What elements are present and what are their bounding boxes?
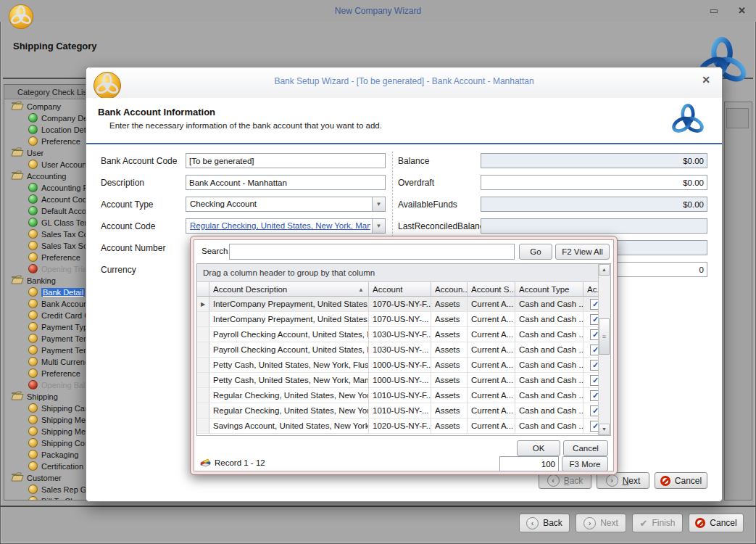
column-header-account-description[interactable]: Account Description▲ bbox=[209, 282, 369, 297]
folder-icon bbox=[11, 472, 24, 481]
column-header-account-type[interactable]: Account Type bbox=[515, 282, 583, 297]
grid-row[interactable]: Savings Account, United States, New York… bbox=[197, 419, 599, 434]
grid-row[interactable]: Petty Cash, United States, New York, Flu… bbox=[197, 358, 599, 373]
tree-folder[interactable]: User bbox=[4, 147, 91, 159]
grid-cell: Current A... bbox=[468, 312, 515, 327]
row-indicator bbox=[197, 358, 209, 373]
dialog-next-label: Next bbox=[623, 476, 641, 486]
dialog-close-button[interactable]: ✕ bbox=[702, 74, 710, 86]
more-button[interactable]: F3 More bbox=[562, 456, 608, 471]
tree-item[interactable]: Sales Tax Cor bbox=[4, 228, 91, 240]
lastreconciledbalance-field[interactable] bbox=[481, 218, 707, 234]
ok-button[interactable]: OK bbox=[517, 440, 560, 456]
grid-cell: 1010-US-NY-F... bbox=[369, 388, 431, 403]
grid-row[interactable]: Regular Checking, United States, New Yor… bbox=[197, 403, 599, 419]
tree-item[interactable]: Payment Terr bbox=[4, 333, 91, 345]
page-size-input[interactable] bbox=[499, 456, 559, 471]
tree-item[interactable]: Sales Tax Sch bbox=[4, 240, 91, 252]
tree-folder[interactable]: Accounting bbox=[4, 170, 91, 182]
account-type-combobox[interactable]: Checking Account▼ bbox=[186, 197, 386, 212]
bank-account-code-field[interactable] bbox=[186, 153, 386, 168]
scroll-down-icon[interactable]: ▼ bbox=[599, 424, 610, 435]
tree-item[interactable]: Shipping Carr bbox=[4, 403, 91, 414]
tree-folder[interactable]: Banking bbox=[4, 275, 91, 287]
tree-item[interactable]: Sales Rep Gro bbox=[4, 484, 91, 495]
tree-item[interactable]: Shipping Met bbox=[4, 426, 91, 437]
tree-item[interactable]: Location Deta bbox=[4, 124, 91, 136]
overdraft-field[interactable] bbox=[481, 175, 707, 190]
tree-item[interactable]: Credit Card G bbox=[4, 310, 91, 321]
grid-cell: 1070-US-NY-... bbox=[369, 312, 431, 327]
status-orb-icon bbox=[28, 299, 38, 308]
tree-item[interactable]: Preference bbox=[4, 136, 91, 147]
description-field[interactable] bbox=[186, 175, 386, 190]
balance-field[interactable] bbox=[481, 153, 707, 168]
tree-item[interactable]: Opening Bala bbox=[4, 379, 91, 391]
tree-item[interactable]: Payment Terr bbox=[4, 345, 91, 356]
tree-item[interactable]: Bank Account bbox=[4, 298, 91, 310]
tree-item[interactable]: Preference bbox=[4, 368, 91, 379]
group-by-hint[interactable]: Drag a column header to group by that co… bbox=[197, 264, 599, 282]
tree-item[interactable]: GL Class Tem bbox=[4, 217, 91, 228]
column-header-accoun[interactable]: Accoun... bbox=[431, 282, 468, 297]
tree-item[interactable]: Company Def bbox=[4, 112, 91, 124]
finish-button[interactable]: ✔ Finish bbox=[632, 514, 683, 532]
back-button[interactable]: ‹ Back bbox=[519, 514, 570, 532]
scroll-up-icon[interactable]: ▲ bbox=[599, 264, 610, 276]
grid-scrollbar[interactable]: ▲ ≡ ▼ bbox=[598, 264, 610, 435]
cancel-button[interactable]: Cancel bbox=[689, 514, 744, 532]
column-header-account-s[interactable]: Account S... bbox=[468, 282, 515, 297]
grid-cell: Current A... bbox=[468, 327, 515, 342]
tree-item[interactable]: Payment Typ bbox=[4, 321, 91, 333]
tree-item[interactable]: Shipping Con bbox=[4, 437, 91, 449]
tree-item[interactable]: Account Code bbox=[4, 194, 91, 205]
grid-cell: InterCompany Prepayment, United States, … bbox=[209, 312, 369, 327]
tree-item[interactable]: Packaging bbox=[4, 449, 91, 461]
grid-cell: Assets bbox=[431, 312, 468, 327]
grid-row[interactable]: Petty Cash, United States, New York, Man… bbox=[197, 373, 599, 388]
next-button[interactable]: › Next bbox=[576, 514, 626, 532]
tree-item[interactable]: Shipping Met bbox=[4, 414, 91, 426]
search-input[interactable] bbox=[229, 244, 515, 260]
grid-cell: Cash and Cash ... bbox=[515, 358, 583, 373]
column-header-ac[interactable]: Ac... bbox=[583, 282, 599, 297]
popup-cancel-button[interactable]: Cancel bbox=[563, 440, 608, 456]
tree-item[interactable]: Opening Trial bbox=[4, 263, 91, 275]
availablefunds-field[interactable] bbox=[481, 197, 707, 212]
account-code-label: Account Code bbox=[101, 221, 155, 231]
tree-item[interactable]: Bill To Ch bbox=[4, 495, 91, 500]
view-all-button[interactable]: F2 View All bbox=[555, 244, 610, 260]
chevron-down-icon[interactable]: ▼ bbox=[372, 197, 385, 211]
grid-row[interactable]: InterCompany Prepayment, United States, … bbox=[197, 312, 599, 327]
column-header-account[interactable]: Account bbox=[369, 282, 431, 297]
tree-item[interactable]: Accounting Pe bbox=[4, 182, 91, 194]
grid-row[interactable]: Payroll Checking Account, United States,… bbox=[197, 342, 599, 358]
go-button[interactable]: Go bbox=[519, 244, 552, 260]
grid-row[interactable]: ▶InterCompany Prepayment, United States,… bbox=[197, 297, 599, 312]
account-code-value[interactable]: Regular Checking, United States, New Yor… bbox=[190, 221, 370, 230]
tree-item[interactable]: Multi Currenc bbox=[4, 356, 91, 368]
account-code-combobox[interactable]: Regular Checking, United States, New Yor… bbox=[186, 218, 386, 234]
dialog-cancel-label: Cancel bbox=[675, 476, 702, 486]
tree-folder[interactable]: Company bbox=[4, 101, 91, 112]
tree-item[interactable]: Certification bbox=[4, 461, 91, 472]
tree-item[interactable]: User Account bbox=[4, 159, 91, 170]
tree-item[interactable]: Preference bbox=[4, 252, 91, 263]
tree-item-label: User bbox=[27, 149, 43, 157]
tree-item[interactable]: Bank Detail bbox=[4, 287, 91, 298]
dialog-titlebar[interactable]: Bank Setup Wizard - [To be generated] - … bbox=[86, 67, 722, 99]
grid-row[interactable]: Regular Checking, United States, New Yor… bbox=[197, 388, 599, 403]
grid-row[interactable]: Payroll Checking Account, United States,… bbox=[197, 327, 599, 342]
checkbox-cell: ✓ bbox=[583, 342, 599, 358]
dialog-cancel-button[interactable]: Cancel bbox=[655, 472, 707, 489]
grid-cell: Current A... bbox=[468, 403, 515, 419]
close-button[interactable]: ✕ bbox=[738, 5, 746, 17]
minimize-button[interactable]: ▭ bbox=[710, 5, 718, 17]
chevron-down-icon[interactable]: ▼ bbox=[372, 219, 385, 233]
tree-folder[interactable]: Shipping bbox=[4, 391, 91, 403]
scrollbar-thumb[interactable]: ≡ bbox=[599, 318, 610, 355]
tree-item[interactable]: Default Accou bbox=[4, 205, 91, 217]
tree-folder[interactable]: Customer bbox=[4, 472, 91, 484]
checkmark-icon: ✔ bbox=[640, 518, 648, 529]
window-titlebar[interactable]: New Company Wizard ▭ ✕ bbox=[0, 0, 756, 22]
